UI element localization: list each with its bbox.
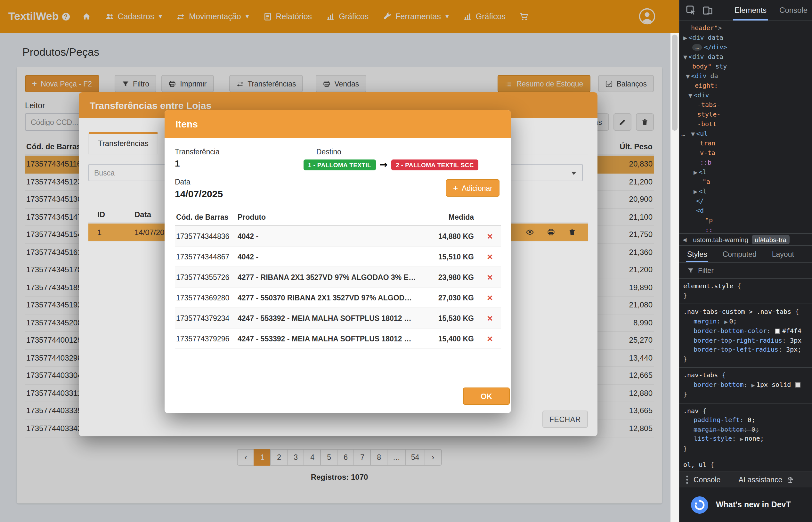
dom-tree-line[interactable]: tran [679, 138, 812, 148]
items-modal-header: Itens [165, 110, 511, 138]
css-rule[interactable]: .nav-tabs-custom > .nav-tabs {margin: ▶ … [679, 304, 812, 368]
css-rule[interactable]: ol, ul {margin-top: 0;margin-bottom: 10p… [679, 457, 812, 471]
inspect-icon[interactable] [686, 5, 696, 15]
arrow-right-icon: → [380, 159, 387, 170]
dom-tree-line[interactable]: ▶<l [679, 186, 812, 196]
css-selector: .nav [683, 407, 699, 414]
remove-item-icon[interactable]: × [479, 333, 501, 344]
dom-tree-line[interactable]: v-ta [679, 148, 812, 158]
item-row: 17357743792344247 - 553392 - MEIA MALHA … [175, 308, 501, 328]
item-measure: 14,880 KG [415, 232, 479, 240]
plus-icon: + [453, 184, 458, 192]
whats-new-text: What's new in DevT [716, 500, 791, 509]
items-header-measure: Medida [415, 213, 479, 221]
dom-tree-line[interactable]: ::b [679, 158, 812, 167]
scrollbar-thumb[interactable] [672, 35, 677, 130]
items-header-product: Produto [236, 213, 415, 221]
dom-tree-line[interactable]: <d [679, 206, 812, 215]
dom-tree-line[interactable]: -tabs- [679, 100, 812, 109]
css-property: margin-top [693, 470, 732, 471]
item-measure: 23,980 KG [415, 273, 479, 281]
breadcrumb: ◀ ustom.tab-warningul#tabs-tra [679, 233, 812, 245]
item-barcode: 1735774344836 [175, 232, 236, 240]
dom-tree-line[interactable]: body" sty [679, 61, 812, 71]
dom-tree-line[interactable]: -bott [679, 119, 812, 129]
css-property: margin [693, 317, 716, 324]
css-value: 3px [790, 337, 801, 344]
date-field: Data 14/07/2025 + Adicionar [175, 178, 501, 199]
dom-tree-line[interactable]: …▼<ul [679, 129, 812, 138]
remove-item-icon[interactable]: × [479, 251, 501, 262]
item-product: 4277 - RIBANA 2X1 3527VD 97% ALGODAO 3% … [236, 273, 415, 281]
style-tab-layout[interactable]: Layout [764, 246, 802, 262]
dom-tree-line[interactable]: header"> [679, 23, 812, 33]
styles-filter-input[interactable] [698, 266, 775, 274]
css-property: margin-bottom [693, 426, 744, 433]
remove-item-icon[interactable]: × [479, 292, 501, 303]
whats-new-bar[interactable]: What's new in DevT [679, 487, 812, 522]
items-header-barcode: Cód. de Barras [175, 213, 236, 221]
css-property: border-bottom-color [693, 327, 767, 334]
css-property: border-bottom [693, 381, 744, 388]
css-rule[interactable]: .nav {padding-left: 0;margin-bottom: 0;l… [679, 403, 812, 457]
dom-tree-line[interactable]: ▶<div data [679, 33, 812, 42]
devtools-tabs: ElementsConsole [728, 0, 812, 20]
css-rule[interactable]: element.style {} [679, 279, 812, 304]
route-badges: 1 - PALLOMA TEXTIL → 2 - PALLOMA TEXTIL … [304, 159, 479, 170]
remove-item-icon[interactable]: × [479, 230, 501, 241]
style-tab-computed[interactable]: Computed [715, 246, 764, 262]
breadcrumb-back-icon[interactable]: ◀ [679, 237, 690, 242]
devtools-css-rules[interactable]: element.style {}.nav-tabs-custom > .nav-… [679, 279, 812, 471]
dom-tree-line[interactable]: </ [679, 196, 812, 206]
css-rule[interactable]: .nav-tabs {border-bottom: ▶ 1px solid } [679, 368, 812, 403]
style-tab-styles[interactable]: Styles [679, 246, 715, 262]
item-measure: 15,530 KG [415, 314, 479, 322]
dom-tree-line[interactable]: eight: [679, 81, 812, 90]
css-selector: .nav-tabs-custom > .nav-tabs [683, 308, 791, 315]
dom-tree-line[interactable]: ▼<div data [679, 52, 812, 61]
kebab-menu-icon[interactable] [686, 475, 688, 484]
dom-tree-line[interactable]: ▼<div da [679, 71, 812, 81]
filter-icon [687, 267, 694, 274]
dom-tree-line[interactable]: ▼<div [679, 90, 812, 100]
dom-tree-line[interactable]: "a [679, 177, 812, 186]
items-modal-title: Itens [176, 119, 198, 129]
destination-store-badge: 2 - PALLOMA TEXTIL SCC [391, 159, 479, 170]
items-modal: Itens Transferência 1 Destino 1 - PALLOM… [165, 110, 511, 413]
device-toolbar-icon[interactable] [703, 5, 713, 15]
remove-item-icon[interactable]: × [479, 313, 501, 323]
css-value: none; [745, 435, 764, 442]
devtools-dom-tree[interactable]: header">▶<div data…</div>▼<div databody"… [679, 21, 812, 233]
css-value: 0; [748, 416, 755, 423]
item-barcode: 1735774355726 [175, 273, 236, 281]
add-item-button[interactable]: + Adicionar [446, 179, 500, 197]
dom-tree-line[interactable]: style- [679, 109, 812, 119]
item-barcode: 1735774379234 [175, 314, 236, 322]
breadcrumb-item[interactable]: ul#tabs-tra [751, 235, 790, 244]
dom-tree-line[interactable]: …</div> [679, 42, 812, 52]
drawer-tab-console[interactable]: Console [693, 476, 720, 483]
items-table-body: 17357743448364042 -14,880 KG×17357743448… [175, 226, 501, 349]
page-scrollbar[interactable] [670, 33, 679, 522]
devtools-tab-elements[interactable]: Elements [728, 0, 773, 20]
item-row: 17357743557264277 - RIBANA 2X1 3527VD 97… [175, 267, 501, 287]
devtools-logo-icon [691, 496, 708, 513]
transfer-number-value: 1 [175, 158, 220, 168]
breadcrumb-item[interactable]: ustom.tab-warning [690, 235, 751, 244]
dom-tree-line[interactable]: ▶<l [679, 167, 812, 177]
color-swatch[interactable] [775, 328, 780, 334]
ai-assistance-icon [786, 476, 794, 483]
item-product: 4247 - 553392 - MEIA MALHA SOFTPLUS 1801… [236, 314, 415, 322]
dom-tree-line[interactable]: "p [679, 215, 812, 225]
color-swatch[interactable] [795, 382, 800, 387]
dom-tree-line[interactable]: :: [679, 225, 812, 233]
item-product: 4247 - 553392 - MEIA MALHA SOFTPLUS 1801… [236, 335, 415, 342]
devtools-tab-console[interactable]: Console [773, 0, 812, 20]
ok-button[interactable]: OK [463, 387, 510, 405]
item-barcode: 1735774369280 [175, 294, 236, 301]
remove-item-icon[interactable]: × [479, 272, 501, 282]
item-product: 4042 - [236, 253, 415, 260]
drawer-tab-ai-assistance[interactable]: AI assistance [738, 476, 794, 483]
styles-filter-bar [679, 263, 812, 279]
css-value: 1px solid [756, 381, 795, 388]
